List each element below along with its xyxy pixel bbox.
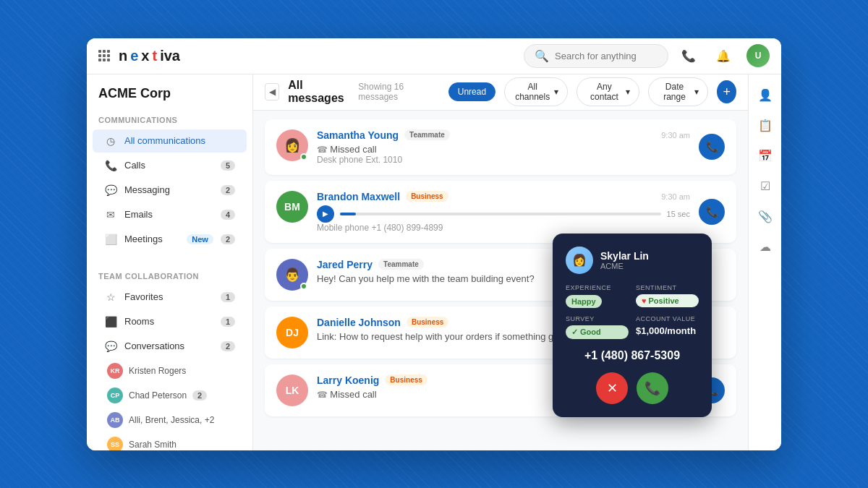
progress-bar[interactable] bbox=[340, 213, 661, 215]
right-icon-cloud[interactable]: ☁ bbox=[753, 235, 778, 260]
experience-cell: EXPERIENCE Happy bbox=[566, 284, 629, 308]
sub-alli[interactable]: AB Alli, Brent, Jessica, +2 bbox=[87, 408, 252, 432]
message-card-samantha[interactable]: 👩 Samantha Young Teammate 9:30 am ☎ Miss… bbox=[265, 119, 736, 175]
brandon-call-btn[interactable]: 📞 bbox=[699, 199, 725, 225]
unread-filter-btn[interactable]: Unread bbox=[448, 82, 495, 101]
sidebar-item-rooms[interactable]: ⬛ Rooms 1 bbox=[93, 310, 247, 333]
content-title: All messages bbox=[288, 79, 349, 105]
logo: nextiva bbox=[119, 48, 180, 64]
vm-duration: 15 sec bbox=[667, 210, 690, 218]
heart-icon: ♥ bbox=[642, 296, 647, 305]
sidebar-item-calls[interactable]: 📞 Calls 5 bbox=[93, 154, 247, 177]
alli-avatar: AB bbox=[107, 412, 123, 428]
danielle-initials: DJ bbox=[286, 327, 299, 338]
add-button[interactable]: + bbox=[717, 80, 736, 103]
larry-call-icon: ☎ bbox=[317, 390, 330, 400]
date-chevron-icon: ▾ bbox=[694, 87, 699, 97]
account-value: $1,000/month bbox=[636, 325, 699, 336]
right-icon-checklist[interactable]: ☑ bbox=[753, 174, 778, 199]
date-filter-btn[interactable]: Date range ▾ bbox=[648, 77, 709, 106]
right-icon-paperclip[interactable]: 📎 bbox=[753, 205, 778, 229]
emails-badge: 4 bbox=[221, 210, 235, 220]
experience-label: EXPERIENCE bbox=[566, 284, 629, 291]
right-icon-calendar[interactable]: 📅 bbox=[753, 144, 778, 168]
samantha-line2: Desk phone Ext. 1010 bbox=[317, 155, 690, 165]
sentiment-cell: SENTIMENT ♥ Positive bbox=[636, 284, 699, 308]
play-btn[interactable]: ▶ bbox=[317, 205, 334, 223]
larry-initials: LK bbox=[286, 385, 299, 396]
chad-label: Chad Peterson bbox=[129, 390, 187, 401]
bell-icon[interactable]: 🔔 bbox=[712, 44, 735, 67]
rooms-badge: 1 bbox=[221, 317, 235, 327]
sarah-label: Sarah Smith bbox=[129, 440, 176, 450]
sub-chad[interactable]: CP Chad Peterson 2 bbox=[87, 383, 252, 408]
sidebar-item-all-comms[interactable]: ◷ All communications bbox=[93, 129, 247, 153]
popup-actions: ✕ 📞 bbox=[566, 372, 699, 404]
sidebar-item-messaging[interactable]: 💬 Messaging 2 bbox=[93, 179, 247, 202]
popup-company: ACME bbox=[600, 262, 649, 270]
grid-menu-icon[interactable] bbox=[98, 50, 110, 61]
survey-value: ✓ Good bbox=[566, 325, 629, 339]
meetings-icon: ⬜ bbox=[104, 234, 117, 245]
toggle-sidebar-btn[interactable]: ◀ bbox=[265, 83, 279, 100]
brandon-line2: Mobile phone +1 (480) 899-4899 bbox=[317, 223, 690, 233]
channels-filter-btn[interactable]: All channels ▾ bbox=[504, 77, 568, 106]
sentiment-value: ♥ Positive bbox=[636, 294, 699, 307]
larry-avatar: LK bbox=[276, 374, 308, 406]
search-icon: 🔍 bbox=[535, 49, 549, 63]
survey-label: SURVEY bbox=[566, 315, 629, 322]
content-area: ◀ All messages Showing 16 messages Unrea… bbox=[253, 74, 748, 450]
conversations-icon: 💬 bbox=[104, 341, 117, 352]
survey-cell: SURVEY ✓ Good bbox=[566, 315, 629, 339]
search-bar[interactable]: 🔍 bbox=[524, 44, 668, 68]
accept-icon: 📞 bbox=[644, 380, 660, 396]
phone-icon[interactable]: 📞 bbox=[677, 44, 700, 67]
right-icon-clipboard[interactable]: 📋 bbox=[753, 114, 778, 138]
sidebar-item-emails[interactable]: ✉ Emails 4 bbox=[93, 203, 247, 226]
popup-grid: EXPERIENCE Happy SENTIMENT ♥ Positive SU… bbox=[566, 284, 699, 339]
favorites-badge: 1 bbox=[221, 292, 235, 302]
samantha-tag: Teammate bbox=[404, 129, 450, 140]
right-icon-person[interactable]: 👤 bbox=[753, 83, 778, 108]
danielle-name: Danielle Johnson bbox=[317, 317, 401, 328]
decline-btn[interactable]: ✕ bbox=[596, 372, 628, 404]
search-input[interactable] bbox=[555, 51, 658, 61]
sidebar-item-conversations[interactable]: 💬 Conversations 2 bbox=[93, 335, 247, 358]
sidebar-item-meetings[interactable]: ⬜ Meetings New 2 bbox=[93, 228, 247, 251]
sidebar-item-favorites[interactable]: ☆ Favorites 1 bbox=[93, 286, 247, 309]
accept-btn[interactable]: 📞 bbox=[637, 372, 668, 404]
sub-sarah[interactable]: SS Sarah Smith bbox=[87, 432, 252, 450]
jared-name: Jared Perry bbox=[317, 259, 373, 270]
experience-value: Happy bbox=[566, 295, 602, 308]
right-sidebar: 👤 📋 📅 ☑ 📎 ☁ bbox=[748, 74, 781, 450]
missed-call-icon: ☎ bbox=[317, 145, 330, 155]
brandon-initials: BM bbox=[284, 201, 300, 213]
samantha-call-btn[interactable]: 📞 bbox=[699, 134, 725, 160]
call-popup: 👩 Skylar Lin ACME EXPERIENCE Happy SENTI… bbox=[553, 234, 712, 417]
emails-label: Emails bbox=[124, 209, 213, 220]
chad-badge: 2 bbox=[192, 390, 207, 401]
samantha-avatar: 👩 bbox=[276, 129, 308, 161]
messaging-icon: 💬 bbox=[104, 184, 117, 196]
messaging-label: Messaging bbox=[124, 184, 213, 195]
main-body: ACME Corp Communications ◷ All communica… bbox=[87, 74, 781, 450]
brandon-time: 9:30 am bbox=[661, 192, 690, 201]
sarah-avatar: SS bbox=[107, 437, 123, 450]
sub-kristen[interactable]: KR Kristen Rogers bbox=[87, 359, 252, 383]
brandon-tag: Business bbox=[406, 191, 448, 202]
danielle-tag: Business bbox=[407, 317, 448, 328]
favorites-icon: ☆ bbox=[104, 291, 117, 303]
samantha-line1: ☎ Missed call bbox=[317, 144, 690, 155]
decline-icon: ✕ bbox=[607, 380, 618, 396]
contact-filter-btn[interactable]: Any contact ▾ bbox=[576, 77, 639, 106]
larry-name: Larry Koenig bbox=[317, 374, 379, 386]
all-comms-label: All communications bbox=[124, 135, 235, 146]
brandon-name: Brandon Maxwell bbox=[317, 191, 400, 202]
user-avatar[interactable]: U bbox=[746, 44, 770, 67]
samantha-name: Samantha Young bbox=[317, 129, 399, 141]
voicemail-player: ▶ 15 sec bbox=[317, 205, 690, 223]
content-subtitle: Showing 16 messages bbox=[358, 82, 430, 102]
kristen-avatar: KR bbox=[107, 363, 123, 379]
meetings-badge: 2 bbox=[221, 234, 235, 244]
popup-name: Skylar Lin bbox=[600, 250, 649, 262]
